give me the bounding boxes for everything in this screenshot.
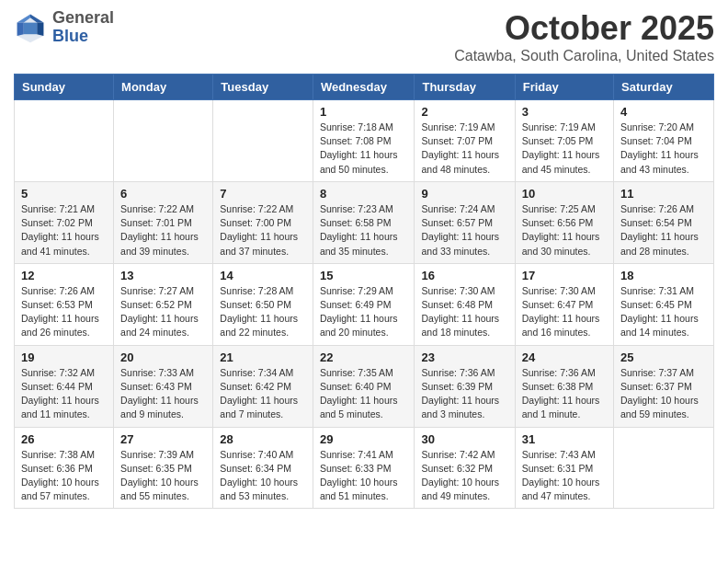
day-info: Sunrise: 7:22 AM Sunset: 7:01 PM Dayligh… (120, 202, 206, 259)
logo-blue: Blue (52, 28, 114, 46)
day-info: Sunrise: 7:30 AM Sunset: 6:47 PM Dayligh… (522, 284, 607, 340)
calendar-cell: 19Sunrise: 7:32 AM Sunset: 6:44 PM Dayli… (15, 345, 114, 427)
day-number: 28 (220, 432, 306, 446)
day-info: Sunrise: 7:25 AM Sunset: 6:56 PM Dayligh… (522, 202, 607, 259)
calendar-header-wednesday: Wednesday (313, 75, 415, 100)
day-number: 23 (421, 350, 507, 364)
day-number: 11 (620, 187, 707, 201)
day-number: 16 (421, 269, 507, 282)
day-number: 15 (320, 269, 408, 282)
day-info: Sunrise: 7:20 AM Sunset: 7:04 PM Dayligh… (620, 121, 707, 177)
calendar-cell: 17Sunrise: 7:30 AM Sunset: 6:47 PM Dayli… (515, 263, 613, 345)
day-number: 8 (320, 187, 408, 201)
calendar-header-friday: Friday (515, 75, 613, 100)
calendar-header-tuesday: Tuesday (213, 75, 313, 100)
day-number: 20 (120, 350, 206, 364)
calendar-cell: 28Sunrise: 7:40 AM Sunset: 6:34 PM Dayli… (213, 427, 313, 509)
day-info: Sunrise: 7:32 AM Sunset: 6:44 PM Dayligh… (21, 366, 107, 422)
day-number: 7 (220, 187, 306, 201)
day-number: 18 (620, 269, 707, 282)
day-info: Sunrise: 7:33 AM Sunset: 6:43 PM Dayligh… (120, 366, 206, 422)
day-number: 26 (21, 432, 107, 446)
calendar-header-monday: Monday (114, 75, 213, 100)
logo: General Blue (14, 9, 114, 46)
day-number: 9 (421, 187, 507, 201)
day-info: Sunrise: 7:40 AM Sunset: 6:34 PM Dayligh… (220, 448, 306, 504)
calendar-week-row: 12Sunrise: 7:26 AM Sunset: 6:53 PM Dayli… (15, 263, 714, 345)
calendar-cell: 21Sunrise: 7:34 AM Sunset: 6:42 PM Dayli… (213, 345, 313, 427)
day-info: Sunrise: 7:21 AM Sunset: 7:02 PM Dayligh… (21, 202, 107, 259)
calendar-cell: 1Sunrise: 7:18 AM Sunset: 7:08 PM Daylig… (313, 100, 415, 182)
calendar-cell: 20Sunrise: 7:33 AM Sunset: 6:43 PM Dayli… (114, 345, 213, 427)
day-info: Sunrise: 7:22 AM Sunset: 7:00 PM Dayligh… (220, 202, 306, 259)
day-number: 4 (620, 105, 707, 119)
day-number: 13 (120, 269, 206, 282)
day-info: Sunrise: 7:24 AM Sunset: 6:57 PM Dayligh… (421, 202, 507, 259)
logo-text: General Blue (52, 9, 114, 46)
calendar-cell: 3Sunrise: 7:19 AM Sunset: 7:05 PM Daylig… (515, 100, 613, 182)
calendar-header-row: SundayMondayTuesdayWednesdayThursdayFrid… (15, 75, 714, 100)
day-info: Sunrise: 7:35 AM Sunset: 6:40 PM Dayligh… (320, 366, 408, 422)
day-number: 19 (21, 350, 107, 364)
day-info: Sunrise: 7:27 AM Sunset: 6:52 PM Dayligh… (120, 284, 206, 340)
svg-marker-3 (17, 22, 24, 35)
day-info: Sunrise: 7:19 AM Sunset: 7:07 PM Dayligh… (421, 121, 507, 177)
day-info: Sunrise: 7:42 AM Sunset: 6:32 PM Dayligh… (421, 448, 507, 504)
calendar-cell: 24Sunrise: 7:36 AM Sunset: 6:38 PM Dayli… (515, 345, 613, 427)
day-number: 3 (522, 105, 607, 119)
calendar-cell (213, 100, 313, 182)
title-area: October 2025 Catawba, South Carolina, Un… (454, 9, 714, 64)
logo-icon (14, 11, 47, 44)
calendar-cell: 5Sunrise: 7:21 AM Sunset: 7:02 PM Daylig… (15, 181, 114, 263)
day-info: Sunrise: 7:19 AM Sunset: 7:05 PM Dayligh… (522, 121, 607, 177)
day-info: Sunrise: 7:18 AM Sunset: 7:08 PM Dayligh… (320, 121, 408, 177)
logo-general: General (52, 9, 114, 28)
calendar-cell: 2Sunrise: 7:19 AM Sunset: 7:07 PM Daylig… (415, 100, 515, 182)
day-number: 1 (320, 105, 408, 119)
day-number: 29 (320, 432, 408, 446)
calendar-cell: 7Sunrise: 7:22 AM Sunset: 7:00 PM Daylig… (213, 181, 313, 263)
svg-marker-4 (37, 22, 43, 35)
calendar-table: SundayMondayTuesdayWednesdayThursdayFrid… (14, 74, 714, 509)
calendar-cell: 14Sunrise: 7:28 AM Sunset: 6:50 PM Dayli… (213, 263, 313, 345)
day-info: Sunrise: 7:31 AM Sunset: 6:45 PM Dayligh… (620, 284, 707, 340)
day-info: Sunrise: 7:36 AM Sunset: 6:39 PM Dayligh… (421, 366, 507, 422)
calendar-cell: 27Sunrise: 7:39 AM Sunset: 6:35 PM Dayli… (114, 427, 213, 509)
day-number: 10 (522, 187, 607, 201)
day-info: Sunrise: 7:36 AM Sunset: 6:38 PM Dayligh… (522, 366, 607, 422)
calendar-cell: 29Sunrise: 7:41 AM Sunset: 6:33 PM Dayli… (313, 427, 415, 509)
day-info: Sunrise: 7:37 AM Sunset: 6:37 PM Dayligh… (620, 366, 707, 422)
day-info: Sunrise: 7:26 AM Sunset: 6:54 PM Dayligh… (620, 202, 707, 259)
calendar-cell: 25Sunrise: 7:37 AM Sunset: 6:37 PM Dayli… (614, 345, 714, 427)
day-number: 30 (421, 432, 507, 446)
month-title: October 2025 (454, 9, 714, 48)
calendar-week-row: 5Sunrise: 7:21 AM Sunset: 7:02 PM Daylig… (15, 181, 714, 263)
calendar-cell: 9Sunrise: 7:24 AM Sunset: 6:57 PM Daylig… (415, 181, 515, 263)
day-number: 24 (522, 350, 607, 364)
location-title: Catawba, South Carolina, United States (454, 48, 714, 64)
day-number: 2 (421, 105, 507, 119)
calendar-cell: 23Sunrise: 7:36 AM Sunset: 6:39 PM Dayli… (415, 345, 515, 427)
calendar-cell: 4Sunrise: 7:20 AM Sunset: 7:04 PM Daylig… (614, 100, 714, 182)
day-info: Sunrise: 7:28 AM Sunset: 6:50 PM Dayligh… (220, 284, 306, 340)
day-number: 25 (620, 350, 707, 364)
day-number: 31 (522, 432, 607, 446)
calendar-cell (15, 100, 114, 182)
day-info: Sunrise: 7:41 AM Sunset: 6:33 PM Dayligh… (320, 448, 408, 504)
calendar-cell (614, 427, 714, 509)
header: General Blue October 2025 Catawba, South… (14, 9, 714, 64)
svg-marker-5 (24, 22, 37, 34)
day-info: Sunrise: 7:26 AM Sunset: 6:53 PM Dayligh… (21, 284, 107, 340)
day-info: Sunrise: 7:23 AM Sunset: 6:58 PM Dayligh… (320, 202, 408, 259)
calendar-cell: 16Sunrise: 7:30 AM Sunset: 6:48 PM Dayli… (415, 263, 515, 345)
calendar-cell: 10Sunrise: 7:25 AM Sunset: 6:56 PM Dayli… (515, 181, 613, 263)
calendar-week-row: 1Sunrise: 7:18 AM Sunset: 7:08 PM Daylig… (15, 100, 714, 182)
calendar-header-thursday: Thursday (415, 75, 515, 100)
calendar-cell: 6Sunrise: 7:22 AM Sunset: 7:01 PM Daylig… (114, 181, 213, 263)
day-info: Sunrise: 7:30 AM Sunset: 6:48 PM Dayligh… (421, 284, 507, 340)
day-number: 6 (120, 187, 206, 201)
calendar-cell: 31Sunrise: 7:43 AM Sunset: 6:31 PM Dayli… (515, 427, 613, 509)
calendar-header-saturday: Saturday (614, 75, 714, 100)
calendar-cell: 30Sunrise: 7:42 AM Sunset: 6:32 PM Dayli… (415, 427, 515, 509)
calendar-cell (114, 100, 213, 182)
